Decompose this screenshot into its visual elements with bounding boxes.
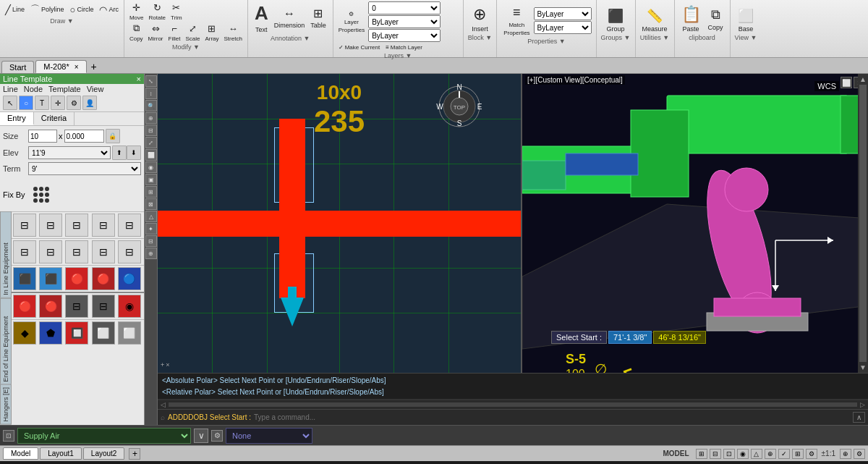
block-label[interactable]: Block ▼ — [468, 33, 492, 41]
rt-btn-12[interactable]: △ — [145, 211, 157, 222]
equip-21[interactable]: ◆ — [13, 321, 36, 345]
equip-3[interactable]: ⊟ — [65, 214, 88, 237]
fix-by-grid[interactable] — [30, 183, 53, 206]
rt-btn-8[interactable]: ◉ — [145, 161, 157, 173]
status-osnap-icon[interactable]: △ — [751, 449, 762, 459]
group-button[interactable]: ⬛ Group — [601, 7, 631, 33]
tab-close-icon[interactable]: × — [75, 63, 79, 71]
equip-15[interactable]: 🔵 — [118, 267, 141, 290]
move-button[interactable]: ✛ Move — [127, 1, 146, 22]
equip-22[interactable]: ⬟ — [39, 321, 62, 345]
layer-props-button[interactable]: ⚙LayerProperties — [336, 10, 367, 34]
equip-4[interactable]: ⊟ — [92, 214, 115, 237]
icon-settings[interactable]: ⚙ — [67, 96, 81, 110]
copy-clip-button[interactable]: ⧉ Copy — [706, 7, 726, 32]
3d-maximize[interactable]: ⬜ — [841, 77, 852, 88]
equip-2[interactable]: ⊟ — [39, 214, 62, 237]
scroll-track[interactable] — [859, 85, 867, 362]
status-snap-icon[interactable]: ⊟ — [710, 449, 721, 459]
status-dyn-icon[interactable]: ⊞ — [792, 449, 804, 459]
equip-19[interactable]: ⊟ — [92, 295, 115, 318]
scroll-right-icon[interactable]: ▷ — [860, 401, 865, 408]
supply-settings-icon[interactable]: ⚙ — [211, 430, 223, 442]
arc-button[interactable]: ◠ Arc — [97, 4, 121, 16]
rt-btn-2[interactable]: ↕ — [145, 88, 157, 99]
scroll-left-icon[interactable]: ◁ — [161, 401, 166, 408]
term-select[interactable]: 9' — [28, 162, 141, 175]
equip-20[interactable]: ◉ — [118, 295, 141, 318]
annotation-label[interactable]: Annotation ▼ — [252, 34, 328, 42]
draw-label[interactable]: Draw ▼ — [3, 17, 121, 25]
viewport-3d[interactable]: [+][Custom View][Conceptual] — [521, 74, 868, 373]
view-label[interactable]: View ▼ — [735, 33, 757, 41]
status-lw-icon[interactable]: ⚙ — [806, 449, 817, 459]
rt-btn-7[interactable]: ⬜ — [145, 149, 157, 161]
status-ducs-icon[interactable]: ✓ — [778, 449, 790, 459]
rt-btn-1[interactable]: ⤡ — [145, 75, 157, 87]
stretch-button[interactable]: ↔ Stretch — [222, 22, 244, 43]
menu-template[interactable]: Template — [48, 85, 81, 93]
props-bylayer-2[interactable]: ByLayer — [534, 21, 592, 34]
model-tab[interactable]: Model — [3, 447, 38, 460]
rt-btn-6[interactable]: ⤢ — [145, 137, 157, 148]
rt-btn-9[interactable]: ▣ — [145, 174, 157, 185]
status-polar-icon[interactable]: ◉ — [737, 449, 749, 459]
icon-person[interactable]: 👤 — [82, 96, 97, 110]
copy-button[interactable]: ⧉ Copy — [127, 22, 145, 43]
dimension-button[interactable]: ↔ Dimension — [272, 7, 307, 30]
props-label[interactable]: Properties ▼ — [501, 37, 591, 45]
status-ortho-icon[interactable]: ⊡ — [723, 449, 735, 459]
layout2-tab[interactable]: Layout2 — [83, 447, 125, 460]
new-tab-button[interactable]: + — [87, 60, 101, 73]
props-bylayer-1[interactable]: ByLayer — [534, 7, 592, 20]
status-anno-icon[interactable]: ⊕ — [840, 449, 851, 459]
layout1-tab[interactable]: Layout1 — [40, 447, 82, 460]
scroll-up-icon[interactable]: ▲ — [859, 75, 867, 83]
menu-view[interactable]: View — [87, 85, 104, 93]
equip-1[interactable]: ⊟ — [13, 214, 36, 237]
command-input[interactable] — [254, 413, 850, 421]
supply-select[interactable]: Supply Air — [17, 428, 191, 444]
rotate-button[interactable]: ↻ Rotate — [146, 1, 168, 22]
elev-icon[interactable]: ⬆ — [112, 145, 127, 160]
lock-icon[interactable]: 🔒 — [106, 129, 120, 143]
rt-btn-11[interactable]: ⊠ — [145, 198, 157, 210]
equip-10[interactable]: ⊟ — [118, 240, 141, 263]
equip-6[interactable]: ⊟ — [13, 240, 36, 263]
icon-move[interactable]: ✛ — [51, 96, 65, 110]
table-button[interactable]: ⊞ Table — [308, 6, 328, 30]
scroll-down-icon[interactable]: ▼ — [859, 363, 867, 371]
match-layer-button[interactable]: ≡Match Layer — [383, 43, 425, 51]
equip-11[interactable]: ⬛ — [13, 267, 36, 290]
size-input[interactable] — [28, 130, 57, 143]
polyline-button[interactable]: ⌒ Polyline — [28, 2, 67, 17]
paste-button[interactable]: 📋 Paste — [679, 4, 703, 33]
equip-18[interactable]: ⊟ — [65, 295, 88, 318]
criteria-tab[interactable]: Criteria — [34, 112, 75, 125]
equip-7[interactable]: ⊟ — [39, 240, 62, 263]
mirror-button[interactable]: ⇔ Mirror — [146, 22, 166, 43]
rt-btn-14[interactable]: ⊟ — [145, 235, 157, 247]
scale-button[interactable]: ⤢ Scale — [183, 22, 202, 43]
match-props-button[interactable]: ≡ Match Properties — [501, 4, 532, 37]
equip-25[interactable]: ⬜ — [118, 321, 141, 345]
menu-line[interactable]: Line — [3, 85, 18, 93]
panel-close-icon[interactable]: × — [137, 75, 141, 83]
equip-16[interactable]: 🔴 — [13, 295, 36, 318]
status-workspace-icon[interactable]: ⚙ — [854, 449, 865, 459]
rt-btn-13[interactable]: ✦ — [145, 223, 157, 235]
equip-14[interactable]: 🔴 — [92, 267, 115, 290]
circle-button[interactable]: ○ Circle — [68, 4, 96, 16]
tab-m208[interactable]: M-208* × — [35, 60, 86, 73]
equip-8[interactable]: ⊟ — [65, 240, 88, 263]
text-button[interactable]: A Text — [252, 1, 271, 34]
groups-label[interactable]: Groups ▼ — [601, 33, 631, 41]
fillet-button[interactable]: ⌐ Fillet — [166, 22, 183, 43]
elev-icon2[interactable]: ⬇ — [127, 145, 141, 160]
icon-select[interactable]: ↖ — [3, 96, 17, 110]
rt-btn-3[interactable]: 🔍 — [145, 100, 157, 111]
x-input[interactable] — [64, 130, 104, 143]
equip-5[interactable]: ⊟ — [118, 214, 141, 237]
none-select[interactable]: None — [226, 428, 312, 444]
equip-9[interactable]: ⊟ — [92, 240, 115, 263]
